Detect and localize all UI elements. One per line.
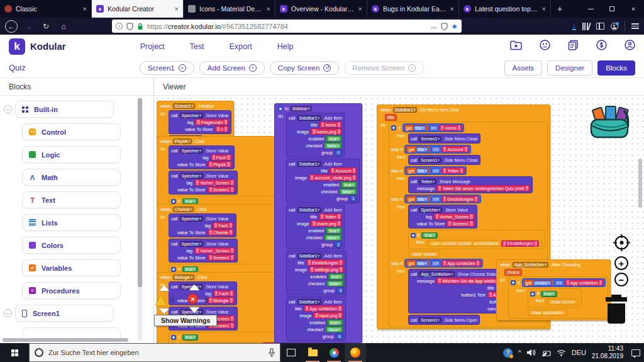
microphone-icon[interactable]: [269, 348, 275, 357]
site-info-icon[interactable]: i: [116, 23, 123, 30]
sidebar-item-lists[interactable]: Lists: [22, 214, 121, 231]
error-circle-icon[interactable]: ×: [187, 293, 198, 304]
text-block[interactable]: "Fragenzahl": [195, 119, 228, 125]
text-block[interactable]: "App schließen": [304, 305, 343, 312]
logic-boolean-block[interactable]: true▾: [327, 319, 343, 325]
procedure-definition-block[interactable]: toSidebar▾docallSideBar1▾.Add Itemtitle"…: [274, 103, 362, 343]
docs-icon[interactable]: [568, 40, 579, 53]
url-bar[interactable]: i https://creator.kodular.io/#5673512582…: [112, 20, 462, 33]
monetization-icon[interactable]: [596, 40, 607, 53]
minimize-button[interactable]: [580, 0, 601, 18]
text-block[interactable]: "Screen1": [208, 254, 235, 261]
add-screen-button[interactable]: Add Screen+: [199, 61, 265, 75]
page-action-shield-icon[interactable]: [440, 23, 448, 30]
logic-boolean-block[interactable]: false▾: [326, 280, 344, 286]
menu-icon[interactable]: [631, 23, 639, 29]
statement-block[interactable]: open another screenscreenName"Einstellun…: [427, 240, 543, 247]
browser-tab[interactable]: kOverview - Kodular Docs×: [275, 0, 367, 18]
downloads-icon[interactable]: ↓: [572, 23, 576, 30]
compare-equals-block[interactable]: gettitle▾=▾"App schließen": [404, 259, 482, 268]
help-tray-icon[interactable]: ?: [503, 348, 513, 358]
tab-close-icon[interactable]: ×: [83, 5, 87, 13]
statement-block[interactable]: close application: [528, 309, 568, 316]
forward-button[interactable]: →: [21, 20, 35, 33]
get-variable-block[interactable]: gettitle▾: [406, 260, 430, 266]
warning-triangle-icon[interactable]: [155, 295, 167, 305]
method-call-block[interactable]: callScreen1▾.Side Menu Close: [408, 133, 480, 144]
copy-screen-button[interactable]: Copy Screen↺: [270, 61, 339, 75]
method-call-block[interactable]: callSpeicher▾.Store Valuetag"Vorher_Scre…: [408, 205, 477, 229]
pen-input-icon[interactable]: [541, 349, 551, 356]
method-call-block[interactable]: callSideBar1▾.Add Itemtitle"Einstellunge…: [286, 251, 347, 295]
taskbar-search[interactable]: Zur Suche Text hier eingeben: [29, 343, 280, 362]
sidebar-item-colors[interactable]: Colors: [22, 237, 121, 254]
if-block[interactable]: iftrue▾thenopen another screenscreenName…: [408, 230, 546, 249]
text-block[interactable]: "Einstellungen": [306, 259, 344, 266]
logic-boolean-block[interactable]: true▾: [326, 227, 342, 234]
method-call-block[interactable]: callSideBar1▾.Add Itemtitle"App schließe…: [286, 297, 346, 341]
text-block[interactable]: "Home": [439, 125, 462, 131]
text-block[interactable]: "Screen1": [447, 220, 474, 227]
chrome-button[interactable]: [323, 343, 345, 362]
text-block[interactable]: "settings.png": [309, 266, 344, 273]
sidebar-item-built-in[interactable]: Built-in: [15, 101, 114, 118]
sidebar-item-math[interactable]: ΛMath: [22, 169, 121, 186]
error-prev-arrow[interactable]: [189, 285, 199, 290]
compare-equals-block[interactable]: gettitle▾=▾"Teilen": [404, 166, 466, 175]
menu-test[interactable]: Test: [190, 42, 204, 51]
kodular-logo[interactable]: k: [9, 38, 25, 55]
text-block[interactable]: "Vorher_Screen": [194, 247, 235, 254]
method-call-block[interactable]: callSpeicher▾.Store Valuetag"Fragenzahl"…: [169, 110, 231, 134]
home-button[interactable]: ⌂: [57, 20, 70, 33]
method-call-block[interactable]: callScreen1▾.Side Menu Close: [408, 155, 480, 165]
sidebar-hscrollbar[interactable]: [3, 338, 128, 342]
method-call-block[interactable]: callSpeicher▾.Store Valuetag"Fach"value …: [169, 213, 236, 237]
browser-tab[interactable]: Classic×: [0, 0, 92, 18]
if-block[interactable]: iftrue▾thenclose screen: [528, 288, 582, 308]
text-block[interactable]: "Physik": [208, 161, 232, 167]
browser-tab[interactable]: kBugs in Kodular Eagle - F×: [367, 0, 459, 18]
sidebar-item-screen1[interactable]: Screen1: [15, 305, 114, 322]
get-variable-block[interactable]: gettitle▾: [406, 167, 430, 174]
text-block[interactable]: "App schließen": [565, 280, 604, 286]
method-call-block[interactable]: callSpeicher▾.Store Valuetag"Fach"value …: [169, 145, 235, 169]
backpack-icon[interactable]: [589, 105, 635, 140]
canvas-scrollbar[interactable]: [638, 159, 642, 208]
text-block[interactable]: "home.png": [311, 128, 341, 135]
maximize-button[interactable]: [601, 0, 623, 18]
assets-button[interactable]: Assets: [504, 60, 543, 76]
projects-folder-icon[interactable]: [510, 40, 522, 53]
browser-tab[interactable]: Icons - Material Design×: [184, 0, 275, 18]
sidebars-icon[interactable]: [596, 23, 604, 30]
method-call-block[interactable]: callSpeicher▾.Store Valuetag"Vorher_Scre…: [169, 239, 238, 263]
text-block[interactable]: "Account": [441, 146, 469, 152]
get-variable-block[interactable]: gettitle▾: [404, 125, 428, 131]
logic-boolean-block[interactable]: false▾: [325, 326, 343, 332]
method-call-block[interactable]: callSideBar1▾.Add Itemtitle"Teilen"image…: [286, 205, 345, 249]
firefox-button[interactable]: [345, 343, 366, 362]
logic-boolean-block[interactable]: false▾: [339, 188, 357, 195]
library-icon[interactable]: [582, 23, 591, 30]
warning-next-arrow[interactable]: [159, 308, 169, 314]
firefox-account-icon[interactable]: [611, 23, 618, 30]
event-block[interactable]: whenApp_Schließen▾.After Choosingchoiced…: [496, 259, 611, 320]
logic-boolean-block[interactable]: true▾: [328, 273, 345, 280]
browser-tab[interactable]: kLatest question topics - K×: [459, 0, 551, 18]
sidebar-item-procedures[interactable]: ≡Procedures: [22, 282, 121, 299]
get-variable-block[interactable]: gettitle▾: [406, 146, 430, 152]
bookmark-star-icon[interactable]: ★: [451, 22, 458, 31]
zoom-out-button[interactable]: −: [614, 273, 628, 286]
tab-close-icon[interactable]: ×: [175, 5, 179, 13]
page-actions-icon[interactable]: …: [431, 23, 437, 30]
text-block[interactable]: "share.png": [311, 220, 341, 227]
math-number-block[interactable]: 0: [335, 149, 342, 156]
new-tab-button[interactable]: +: [551, 0, 569, 18]
community-icon[interactable]: [540, 40, 550, 53]
trash-can-icon[interactable]: [603, 295, 630, 325]
sidebar-item-control[interactable]: Control: [22, 123, 121, 140]
if-block[interactable]: ifgetchoice▾=▾"App schließen"theniftrue▾…: [508, 276, 608, 319]
text-block[interactable]: "Screen1": [208, 186, 235, 193]
get-variable-block[interactable]: getchoice▾: [524, 280, 553, 286]
task-view-button[interactable]: [280, 343, 302, 362]
reload-button[interactable]: ↻: [39, 20, 53, 33]
